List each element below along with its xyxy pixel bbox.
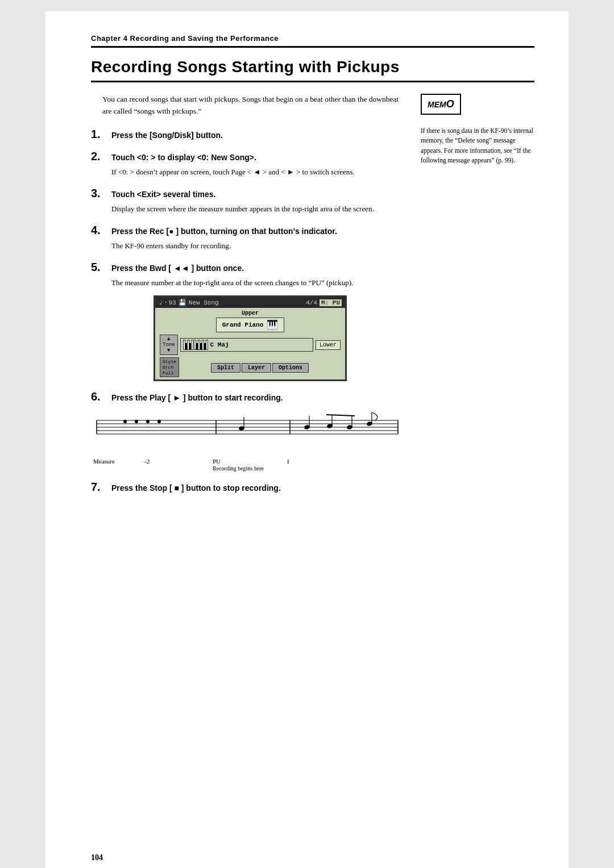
measure-neg2: -2 (144, 458, 213, 471)
sidebar: MEMO If there is song data in the KF-90’… (421, 94, 534, 503)
lcd-keyboard-area: C Maj (180, 338, 313, 352)
step-1-number: 1. (91, 128, 107, 141)
split-button[interactable]: Split (211, 363, 240, 373)
svg-point-11 (146, 420, 150, 423)
step-6-title: Press the Play [ ► ] button to start rec… (111, 393, 283, 402)
black-key (204, 343, 206, 350)
lcd-time-sig: 4/4 (306, 299, 317, 306)
black-key (189, 343, 191, 350)
step-5: 5. Press the Bwd [ ◄◄ ] button once. The… (91, 261, 409, 381)
step-4: 4. Press the Rec [● ] button, turning on… (91, 224, 409, 252)
lcd-piano-box: Grand Piano 🎹 (216, 318, 285, 332)
step-6: 6. Press the Play [ ► ] button to start … (91, 390, 409, 471)
chapter-header: Chapter 4 Recording and Saving the Perfo… (91, 34, 534, 48)
notation-area: Measure -2 PU Recording begins here 1 (91, 410, 409, 471)
page-number: 104 (91, 853, 103, 862)
black-key (200, 343, 202, 350)
full-label: Full (163, 370, 176, 376)
step-2-title: Touch <0: > to display <0: New Song>. (111, 153, 256, 162)
tone-label: Tone (163, 342, 175, 348)
svg-point-12 (157, 420, 161, 423)
lower-label: Lower (320, 342, 337, 348)
lcd-top-bar: ♩・93 💾 New Song 4/4 M: PU (155, 297, 345, 308)
lcd-disk-icon: 💾 (179, 299, 186, 306)
white-key (206, 340, 208, 350)
step-1: 1. Press the [Song/Disk] button. (91, 128, 409, 141)
step-2: 2. Touch <0: > to display <0: New Song>.… (91, 150, 409, 178)
step-2-number: 2. (91, 150, 107, 163)
style-button[interactable]: Style Orch Full (160, 357, 179, 377)
memo-title: MEMO (428, 98, 454, 110)
step-5-header: 5. Press the Bwd [ ◄◄ ] button once. (91, 261, 409, 274)
measure-pu-container: PU Recording begins here (213, 458, 287, 471)
step-4-header: 4. Press the Rec [● ] button, turning on… (91, 224, 409, 237)
step-5-number: 5. (91, 261, 107, 274)
memo-box: MEMO (421, 94, 461, 115)
step-2-body: If <0: > doesn’t appear on screen, touch… (91, 166, 409, 178)
lcd-screen: ♩・93 💾 New Song 4/4 M: PU Upper (154, 295, 347, 381)
step-7: 7. Press the Stop [ ■ ] button to stop r… (91, 481, 409, 494)
svg-point-10 (135, 420, 138, 423)
svg-point-9 (123, 420, 127, 423)
black-key (185, 343, 187, 350)
step-7-header: 7. Press the Stop [ ■ ] button to stop r… (91, 481, 409, 494)
tone-up-arrow: ▲ (167, 336, 170, 342)
black-key (196, 343, 198, 350)
lcd-left-info: ♩・93 💾 New Song (159, 298, 219, 307)
step-3-body: Display the screen where the measure num… (91, 203, 409, 215)
memo-text: If there is song data in the KF-90’s int… (421, 126, 534, 165)
lcd-piano-row: Grand Piano 🎹 (160, 318, 341, 332)
piano-icon: 🎹 (267, 319, 278, 331)
step-1-header: 1. Press the [Song/Disk] button. (91, 128, 409, 141)
tone-down-arrow: ▼ (167, 348, 170, 353)
lcd-body: Upper Grand Piano 🎹 ▲ Tone ▼ (155, 308, 345, 379)
mini-keyboard (183, 340, 208, 350)
style-label: Style (163, 359, 176, 365)
step-7-number: 7. (91, 481, 107, 494)
lcd-tempo: ♩・93 (159, 298, 176, 307)
options-button[interactable]: Options (272, 363, 309, 373)
lcd-upper-label: Upper (160, 310, 341, 316)
step-1-title: Press the [Song/Disk] button. (111, 131, 223, 140)
step-7-title: Press the Stop [ ■ ] button to stop reco… (111, 483, 281, 493)
measure-pu: PU (213, 458, 221, 465)
lcd-piano-label: Grand Piano (222, 322, 264, 328)
lcd-right-info: 4/4 M: PU (306, 299, 342, 306)
step-4-title: Press the Rec [● ] button, turning on th… (111, 227, 337, 236)
step-6-number: 6. (91, 390, 107, 403)
measure-labels-row: Measure -2 PU Recording begins here 1 (91, 458, 409, 471)
layer-button[interactable]: Layer (242, 363, 271, 373)
measure-label: Measure (93, 458, 144, 471)
step-3: 3. Touch <Exit> several times. Display t… (91, 187, 409, 215)
memo-o: O (446, 98, 454, 110)
lcd-bottom-row: Style Orch Full Split Layer Options (160, 357, 341, 377)
orch-label: Orch (163, 365, 176, 370)
lcd-song-name: New Song (189, 299, 219, 306)
step-6-header: 6. Press the Play [ ► ] button to start … (91, 390, 409, 403)
step-4-number: 4. (91, 224, 107, 237)
page-title: Recording Songs Starting with Pickups (91, 58, 534, 82)
lower-button[interactable]: Lower (316, 340, 341, 350)
lcd-bottom-buttons: Split Layer Options (179, 362, 341, 374)
svg-line-23 (326, 415, 355, 416)
white-key (191, 340, 193, 350)
main-content: You can record songs that start with pic… (91, 94, 409, 503)
tone-button[interactable]: ▲ Tone ▼ (160, 335, 178, 355)
lcd-middle-row: ▲ Tone ▼ (160, 335, 341, 355)
intro-text: You can record songs that start with pic… (91, 94, 409, 118)
lcd-mode-measure: M: PU (320, 299, 342, 306)
step-3-number: 3. (91, 187, 107, 200)
step-3-title: Touch <Exit> several times. (111, 190, 215, 199)
measure-1: 1 (287, 458, 338, 471)
notation-svg (91, 410, 409, 456)
step-4-body: The KF-90 enters standby for recording. (91, 240, 409, 252)
step-5-body: The measure number at the top-right area… (91, 277, 409, 289)
page: Chapter 4 Recording and Saving the Perfo… (45, 11, 569, 868)
recording-begins: Recording begins here (213, 465, 264, 471)
content-area: You can record songs that start with pic… (91, 94, 534, 503)
step-2-header: 2. Touch <0: > to display <0: New Song>. (91, 150, 409, 163)
step-3-header: 3. Touch <Exit> several times. (91, 187, 409, 200)
step-5-title: Press the Bwd [ ◄◄ ] button once. (111, 264, 244, 273)
lcd-cmaj: C Maj (210, 341, 229, 348)
